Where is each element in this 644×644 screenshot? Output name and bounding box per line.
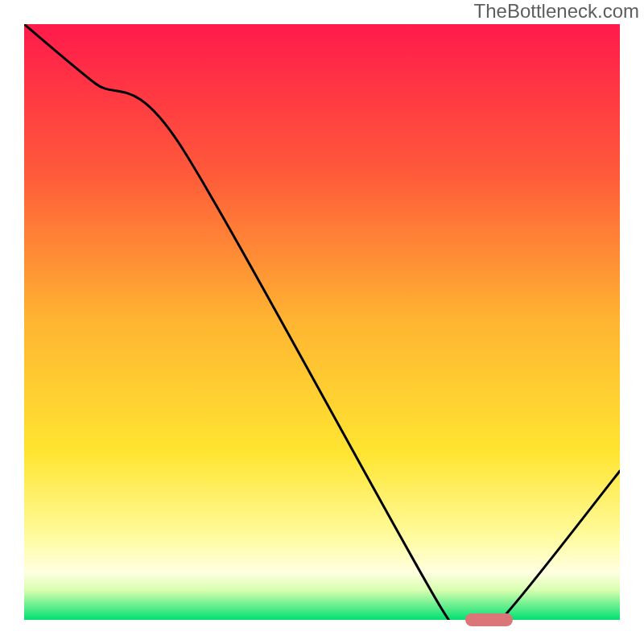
watermark-text: TheBottleneck.com [474,0,639,23]
optimal-zone-marker [465,613,513,626]
bottleneck-curve [24,24,620,620]
plot-area [24,24,620,620]
bottleneck-chart: TheBottleneck.com [0,0,644,644]
